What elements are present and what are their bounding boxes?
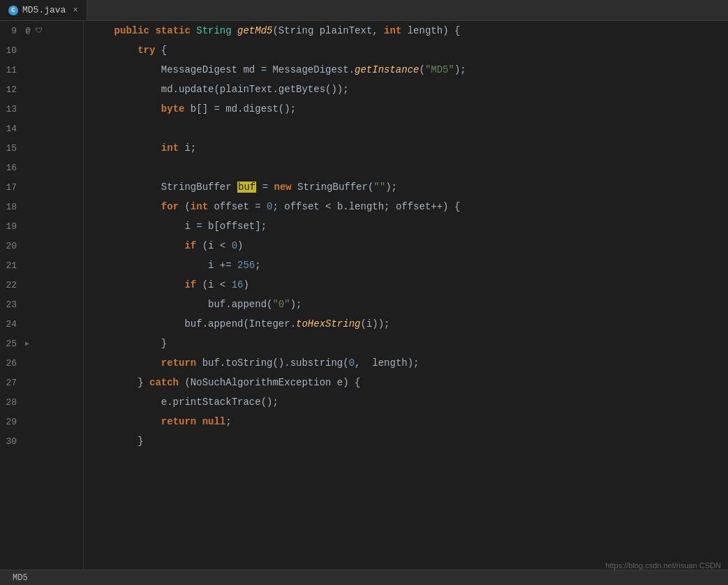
code-line: e.printStackTrace(); (91, 392, 728, 412)
fold-arrow-icon[interactable]: ▶ (25, 339, 29, 348)
code-token: (i)); (360, 318, 389, 329)
line-number: 22 (3, 280, 22, 290)
code-line: int i; (91, 138, 728, 158)
code-line (91, 158, 728, 177)
code-line: return buf.toString().substring(0, lengt… (91, 353, 728, 373)
code-token: = (256, 182, 274, 193)
gutter-row: 20 (0, 236, 83, 256)
code-token: , length); (355, 357, 419, 369)
gutter-row: 15 (0, 138, 83, 158)
code-token: buf.append( (91, 299, 272, 310)
code-token: "MD5" (425, 64, 454, 75)
code-token: return (161, 416, 202, 427)
code-token: try (138, 45, 161, 56)
code-token: byte (161, 103, 191, 114)
code-token: ); (290, 299, 302, 310)
code-token: md.update(plainText.getBytes()); (91, 84, 349, 95)
code-token: if (184, 279, 202, 290)
code-token: e.printStackTrace(); (91, 397, 278, 408)
code-token: buf (237, 182, 256, 193)
code-token: ( (419, 64, 424, 75)
line-number: 25 (3, 339, 22, 349)
code-token: (i < (202, 279, 232, 290)
line-number: 29 (3, 417, 22, 427)
tab-bar: C MD5.java × (0, 0, 728, 21)
line-number: 13 (3, 104, 22, 114)
gutter-row: 25▶ (0, 334, 83, 353)
line-number: 9 (3, 26, 22, 36)
code-line: StringBuffer buf = new StringBuffer(""); (91, 177, 728, 197)
code-token: (i < (202, 240, 232, 251)
code-token: i; (184, 142, 196, 154)
code-token: catch (149, 377, 184, 388)
code-token (91, 279, 184, 290)
code-line: } catch (NoSuchAlgorithmException e) { (91, 373, 728, 392)
code-line (91, 119, 728, 138)
code-line: i = b[offset]; (91, 216, 728, 236)
code-token (91, 240, 184, 251)
code-token: } (91, 338, 167, 349)
gutter-row: 27 (0, 373, 83, 392)
line-number: 19 (3, 221, 22, 232)
line-number: 23 (3, 299, 22, 310)
code-line: return null; (91, 412, 728, 431)
code-line: for (int offset = 0; offset < b.length; … (91, 197, 728, 216)
bottom-tab-bar: MD5 (0, 570, 728, 585)
line-number: 15 (3, 143, 22, 154)
code-area[interactable]: public static String getMd5(String plain… (84, 21, 728, 570)
line-number: 27 (3, 378, 22, 388)
at-icon: @ (22, 25, 34, 36)
code-token (91, 416, 161, 427)
code-token: ) (243, 279, 248, 290)
code-token: ( (184, 201, 190, 212)
gutter-row: 21 (0, 256, 83, 275)
code-token: buf.append(Integer. (91, 318, 296, 329)
gutter-row: 22 (0, 275, 83, 295)
code-token: public (114, 25, 156, 36)
line-number: 24 (3, 319, 22, 329)
code-token: getMd5 (237, 25, 272, 36)
gutter-row: 17 (0, 177, 83, 197)
code-token: 256 (237, 260, 255, 271)
code-token: 0 (232, 240, 237, 251)
bookmark-icon: 🛡 (34, 25, 45, 36)
gutter-row: 16 (0, 158, 83, 177)
code-token: { (161, 45, 167, 56)
code-line: byte b[] = md.digest(); (91, 99, 728, 119)
code-token: ) (237, 240, 243, 251)
line-number: 21 (3, 260, 22, 271)
gutter-row: 10 (0, 40, 83, 60)
code-token: StringBuffer (91, 182, 237, 193)
code-token: ; (255, 260, 260, 271)
code-token (91, 357, 161, 369)
watermark: https://blog.csdn.net/risuan CSDN (605, 561, 721, 570)
gutter-row: 28 (0, 392, 83, 412)
code-token: ; (225, 416, 231, 427)
gutter-row: 24 (0, 314, 83, 334)
line-number: 20 (3, 241, 22, 251)
gutter-row: 29 (0, 412, 83, 431)
code-token: "" (373, 182, 385, 193)
code-token: return (161, 357, 202, 369)
code-token: for (161, 201, 185, 212)
line-number: 30 (3, 436, 22, 447)
code-token (91, 142, 161, 154)
gutter-row: 26 (0, 353, 83, 373)
line-number: 11 (3, 65, 22, 75)
line-number: 12 (3, 84, 22, 95)
code-line: } (91, 334, 728, 353)
editor-container: 9@🛡10111213141516171819202122232425▶2627… (0, 21, 728, 570)
code-token (91, 103, 161, 114)
code-line: if (i < 0) (91, 236, 728, 256)
gutter: 9@🛡10111213141516171819202122232425▶2627… (0, 21, 84, 570)
tab-close[interactable]: × (73, 6, 77, 15)
tab-item-md5[interactable]: C MD5.java × (0, 0, 87, 20)
code-token: new (274, 182, 297, 193)
code-token: 16 (232, 279, 244, 290)
gutter-row: 18 (0, 197, 83, 216)
code-token: String (196, 25, 237, 36)
code-token (91, 25, 114, 36)
code-token: "0" (272, 299, 290, 310)
code-token: 0 (349, 357, 355, 369)
bottom-tab[interactable]: MD5 (7, 573, 34, 583)
